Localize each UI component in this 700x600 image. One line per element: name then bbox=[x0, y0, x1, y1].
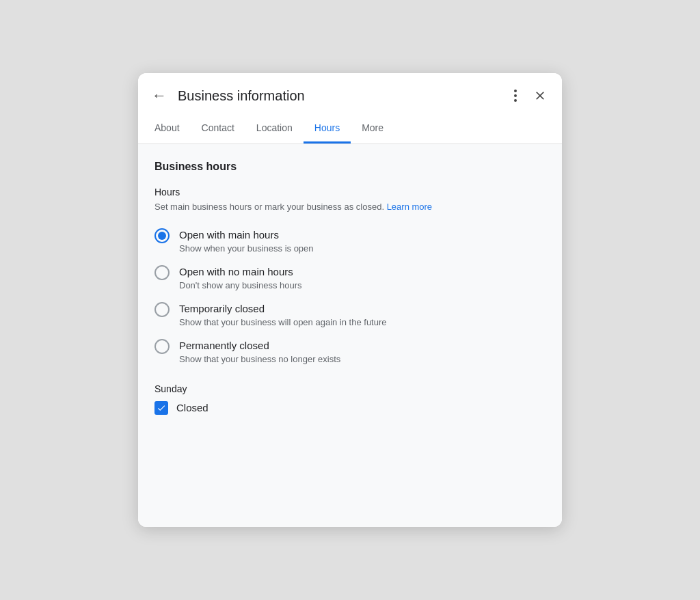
sunday-closed-row[interactable]: Closed bbox=[154, 401, 546, 415]
radio-circle-temp-closed bbox=[154, 302, 170, 317]
day-label-sunday: Sunday bbox=[154, 383, 546, 394]
modal-header: ← Business information bbox=[138, 73, 562, 109]
header-actions bbox=[507, 83, 551, 109]
radio-option-temp-closed[interactable]: Temporarily closed Show that your busine… bbox=[154, 301, 546, 327]
radio-group: Open with main hours Show when your busi… bbox=[154, 228, 546, 364]
radio-option-perm-closed[interactable]: Permanently closed Show that your busine… bbox=[154, 338, 546, 364]
checkmark-icon bbox=[157, 403, 166, 413]
radio-circle-open-no-main bbox=[154, 265, 170, 280]
back-button[interactable]: ← bbox=[149, 84, 170, 107]
radio-label-open-main: Open with main hours bbox=[179, 228, 314, 242]
radio-label-temp-closed: Temporarily closed bbox=[179, 301, 387, 316]
hours-description: Set main business hours or mark your bus… bbox=[154, 200, 546, 214]
radio-sublabel-open-no-main: Don't show any business hours bbox=[179, 280, 302, 290]
more-vert-icon bbox=[511, 87, 520, 105]
radio-circle-open-main bbox=[154, 228, 170, 243]
tab-more[interactable]: More bbox=[351, 114, 394, 144]
hours-label: Hours bbox=[154, 187, 546, 197]
radio-sublabel-perm-closed: Show that your business no longer exists bbox=[179, 354, 340, 364]
sunday-closed-checkbox[interactable] bbox=[154, 401, 168, 415]
learn-more-link[interactable]: Learn more bbox=[387, 202, 432, 212]
tab-location[interactable]: Location bbox=[245, 114, 304, 144]
sunday-closed-label: Closed bbox=[176, 402, 208, 413]
tab-contact[interactable]: Contact bbox=[191, 114, 245, 144]
tabs-bar: About Contact Location Hours More bbox=[138, 114, 562, 144]
radio-sublabel-temp-closed: Show that your business will open again … bbox=[179, 317, 387, 327]
tab-about[interactable]: About bbox=[144, 114, 191, 144]
radio-sublabel-open-main: Show when your business is open bbox=[179, 243, 314, 254]
header-left: ← Business information bbox=[149, 84, 507, 107]
radio-label-open-no-main: Open with no main hours bbox=[179, 264, 302, 279]
tab-hours[interactable]: Hours bbox=[304, 114, 351, 144]
radio-circle-perm-closed bbox=[154, 339, 170, 354]
radio-label-perm-closed: Permanently closed bbox=[179, 338, 340, 353]
content-area: Business hours Hours Set main business h… bbox=[138, 144, 562, 527]
section-title: Business hours bbox=[154, 161, 546, 173]
modal-title: Business information bbox=[178, 88, 305, 104]
close-icon bbox=[533, 89, 547, 103]
business-info-modal: ← Business information About Contact Loc… bbox=[138, 73, 562, 527]
radio-option-open-main[interactable]: Open with main hours Show when your busi… bbox=[154, 228, 546, 254]
close-button[interactable] bbox=[529, 85, 551, 107]
more-options-button[interactable] bbox=[507, 83, 524, 109]
radio-option-open-no-main[interactable]: Open with no main hours Don't show any b… bbox=[154, 264, 546, 290]
day-section: Sunday Closed bbox=[154, 383, 546, 415]
